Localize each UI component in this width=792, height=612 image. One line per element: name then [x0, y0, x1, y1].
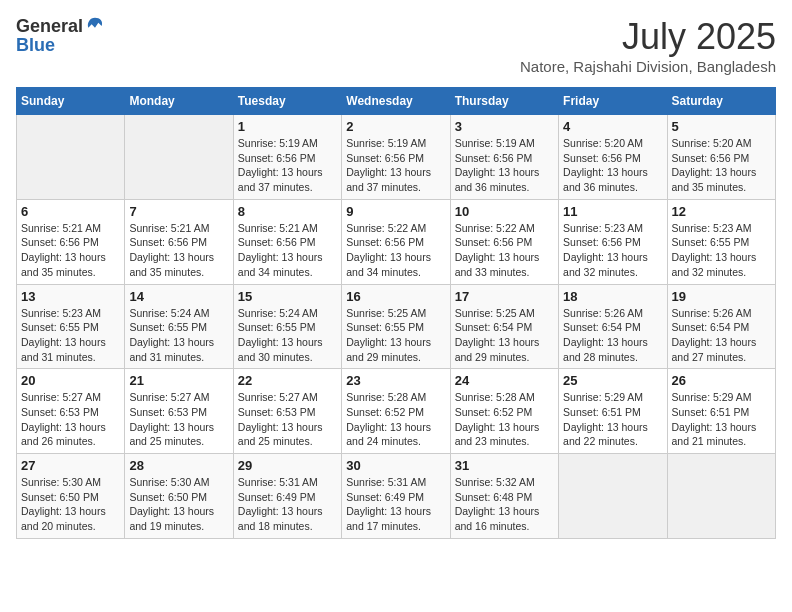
weekday-header-wednesday: Wednesday — [342, 88, 450, 115]
weekday-header-thursday: Thursday — [450, 88, 558, 115]
day-detail: Sunrise: 5:22 AMSunset: 6:56 PMDaylight:… — [455, 221, 554, 280]
day-number: 4 — [563, 119, 662, 134]
day-number: 16 — [346, 289, 445, 304]
day-number: 7 — [129, 204, 228, 219]
day-detail: Sunrise: 5:20 AMSunset: 6:56 PMDaylight:… — [563, 136, 662, 195]
day-number: 17 — [455, 289, 554, 304]
calendar-table: SundayMondayTuesdayWednesdayThursdayFrid… — [16, 87, 776, 539]
day-number: 23 — [346, 373, 445, 388]
calendar-week-4: 20Sunrise: 5:27 AMSunset: 6:53 PMDayligh… — [17, 369, 776, 454]
day-number: 26 — [672, 373, 771, 388]
day-detail: Sunrise: 5:24 AMSunset: 6:55 PMDaylight:… — [129, 306, 228, 365]
calendar-cell: 13Sunrise: 5:23 AMSunset: 6:55 PMDayligh… — [17, 284, 125, 369]
logo-icon — [85, 16, 105, 36]
day-number: 8 — [238, 204, 337, 219]
calendar-cell: 11Sunrise: 5:23 AMSunset: 6:56 PMDayligh… — [559, 199, 667, 284]
day-detail: Sunrise: 5:32 AMSunset: 6:48 PMDaylight:… — [455, 475, 554, 534]
day-detail: Sunrise: 5:29 AMSunset: 6:51 PMDaylight:… — [672, 390, 771, 449]
calendar-cell: 4Sunrise: 5:20 AMSunset: 6:56 PMDaylight… — [559, 115, 667, 200]
calendar-title: July 2025 — [520, 16, 776, 58]
logo-text-blue: Blue — [16, 35, 55, 55]
calendar-cell: 14Sunrise: 5:24 AMSunset: 6:55 PMDayligh… — [125, 284, 233, 369]
day-number: 28 — [129, 458, 228, 473]
calendar-cell: 30Sunrise: 5:31 AMSunset: 6:49 PMDayligh… — [342, 454, 450, 539]
day-number: 14 — [129, 289, 228, 304]
logo-text-general: General — [16, 17, 83, 35]
day-number: 3 — [455, 119, 554, 134]
page-header: General Blue July 2025 Natore, Rajshahi … — [16, 16, 776, 75]
day-detail: Sunrise: 5:22 AMSunset: 6:56 PMDaylight:… — [346, 221, 445, 280]
day-detail: Sunrise: 5:25 AMSunset: 6:55 PMDaylight:… — [346, 306, 445, 365]
calendar-cell: 27Sunrise: 5:30 AMSunset: 6:50 PMDayligh… — [17, 454, 125, 539]
calendar-cell: 18Sunrise: 5:26 AMSunset: 6:54 PMDayligh… — [559, 284, 667, 369]
day-detail: Sunrise: 5:27 AMSunset: 6:53 PMDaylight:… — [129, 390, 228, 449]
weekday-header-tuesday: Tuesday — [233, 88, 341, 115]
day-detail: Sunrise: 5:28 AMSunset: 6:52 PMDaylight:… — [455, 390, 554, 449]
calendar-cell — [559, 454, 667, 539]
day-detail: Sunrise: 5:25 AMSunset: 6:54 PMDaylight:… — [455, 306, 554, 365]
day-number: 6 — [21, 204, 120, 219]
weekday-header-friday: Friday — [559, 88, 667, 115]
calendar-cell: 22Sunrise: 5:27 AMSunset: 6:53 PMDayligh… — [233, 369, 341, 454]
calendar-cell: 12Sunrise: 5:23 AMSunset: 6:55 PMDayligh… — [667, 199, 775, 284]
day-number: 12 — [672, 204, 771, 219]
day-number: 22 — [238, 373, 337, 388]
weekday-header-sunday: Sunday — [17, 88, 125, 115]
calendar-cell: 21Sunrise: 5:27 AMSunset: 6:53 PMDayligh… — [125, 369, 233, 454]
day-number: 21 — [129, 373, 228, 388]
calendar-week-5: 27Sunrise: 5:30 AMSunset: 6:50 PMDayligh… — [17, 454, 776, 539]
day-detail: Sunrise: 5:31 AMSunset: 6:49 PMDaylight:… — [238, 475, 337, 534]
day-detail: Sunrise: 5:29 AMSunset: 6:51 PMDaylight:… — [563, 390, 662, 449]
day-number: 31 — [455, 458, 554, 473]
calendar-cell: 17Sunrise: 5:25 AMSunset: 6:54 PMDayligh… — [450, 284, 558, 369]
day-number: 10 — [455, 204, 554, 219]
calendar-cell — [125, 115, 233, 200]
day-number: 9 — [346, 204, 445, 219]
calendar-cell: 8Sunrise: 5:21 AMSunset: 6:56 PMDaylight… — [233, 199, 341, 284]
day-detail: Sunrise: 5:31 AMSunset: 6:49 PMDaylight:… — [346, 475, 445, 534]
calendar-cell: 25Sunrise: 5:29 AMSunset: 6:51 PMDayligh… — [559, 369, 667, 454]
calendar-cell: 15Sunrise: 5:24 AMSunset: 6:55 PMDayligh… — [233, 284, 341, 369]
day-detail: Sunrise: 5:21 AMSunset: 6:56 PMDaylight:… — [21, 221, 120, 280]
day-number: 11 — [563, 204, 662, 219]
day-detail: Sunrise: 5:21 AMSunset: 6:56 PMDaylight:… — [238, 221, 337, 280]
calendar-week-2: 6Sunrise: 5:21 AMSunset: 6:56 PMDaylight… — [17, 199, 776, 284]
calendar-cell — [17, 115, 125, 200]
day-detail: Sunrise: 5:24 AMSunset: 6:55 PMDaylight:… — [238, 306, 337, 365]
calendar-cell: 10Sunrise: 5:22 AMSunset: 6:56 PMDayligh… — [450, 199, 558, 284]
calendar-week-3: 13Sunrise: 5:23 AMSunset: 6:55 PMDayligh… — [17, 284, 776, 369]
day-number: 18 — [563, 289, 662, 304]
day-detail: Sunrise: 5:26 AMSunset: 6:54 PMDaylight:… — [563, 306, 662, 365]
calendar-cell: 2Sunrise: 5:19 AMSunset: 6:56 PMDaylight… — [342, 115, 450, 200]
calendar-cell: 3Sunrise: 5:19 AMSunset: 6:56 PMDaylight… — [450, 115, 558, 200]
day-detail: Sunrise: 5:23 AMSunset: 6:55 PMDaylight:… — [21, 306, 120, 365]
day-number: 27 — [21, 458, 120, 473]
calendar-cell: 16Sunrise: 5:25 AMSunset: 6:55 PMDayligh… — [342, 284, 450, 369]
title-block: July 2025 Natore, Rajshahi Division, Ban… — [520, 16, 776, 75]
day-detail: Sunrise: 5:30 AMSunset: 6:50 PMDaylight:… — [21, 475, 120, 534]
day-detail: Sunrise: 5:19 AMSunset: 6:56 PMDaylight:… — [455, 136, 554, 195]
day-number: 30 — [346, 458, 445, 473]
day-number: 13 — [21, 289, 120, 304]
calendar-cell: 24Sunrise: 5:28 AMSunset: 6:52 PMDayligh… — [450, 369, 558, 454]
day-detail: Sunrise: 5:23 AMSunset: 6:55 PMDaylight:… — [672, 221, 771, 280]
day-detail: Sunrise: 5:23 AMSunset: 6:56 PMDaylight:… — [563, 221, 662, 280]
day-number: 5 — [672, 119, 771, 134]
day-detail: Sunrise: 5:20 AMSunset: 6:56 PMDaylight:… — [672, 136, 771, 195]
day-number: 24 — [455, 373, 554, 388]
day-detail: Sunrise: 5:28 AMSunset: 6:52 PMDaylight:… — [346, 390, 445, 449]
calendar-cell: 26Sunrise: 5:29 AMSunset: 6:51 PMDayligh… — [667, 369, 775, 454]
day-detail: Sunrise: 5:27 AMSunset: 6:53 PMDaylight:… — [21, 390, 120, 449]
day-detail: Sunrise: 5:19 AMSunset: 6:56 PMDaylight:… — [238, 136, 337, 195]
day-detail: Sunrise: 5:19 AMSunset: 6:56 PMDaylight:… — [346, 136, 445, 195]
calendar-week-1: 1Sunrise: 5:19 AMSunset: 6:56 PMDaylight… — [17, 115, 776, 200]
calendar-cell: 19Sunrise: 5:26 AMSunset: 6:54 PMDayligh… — [667, 284, 775, 369]
day-number: 29 — [238, 458, 337, 473]
day-detail: Sunrise: 5:26 AMSunset: 6:54 PMDaylight:… — [672, 306, 771, 365]
day-number: 20 — [21, 373, 120, 388]
day-number: 2 — [346, 119, 445, 134]
weekday-header-saturday: Saturday — [667, 88, 775, 115]
calendar-cell: 5Sunrise: 5:20 AMSunset: 6:56 PMDaylight… — [667, 115, 775, 200]
weekday-header-monday: Monday — [125, 88, 233, 115]
day-detail: Sunrise: 5:21 AMSunset: 6:56 PMDaylight:… — [129, 221, 228, 280]
